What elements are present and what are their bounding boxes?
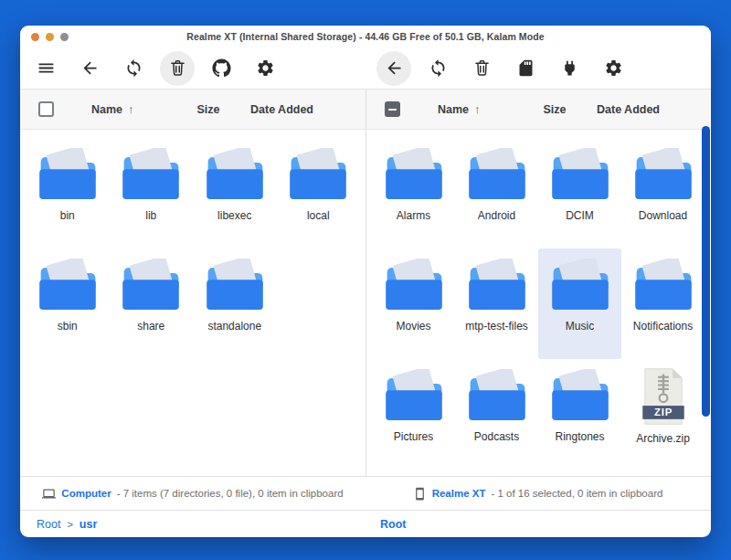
svg-text:ZIP: ZIP [653, 407, 672, 417]
settings-button[interactable] [248, 51, 282, 86]
local-device-link[interactable]: Computer [61, 488, 111, 499]
item-label: Android [478, 209, 515, 222]
column-header-name[interactable]: Name ↑ [71, 102, 166, 116]
item-label: Archive.zip [636, 432, 690, 445]
traffic-lights [31, 33, 69, 41]
folder-item-local[interactable]: local [277, 138, 361, 248]
refresh-icon [124, 58, 143, 78]
item-label: share [137, 320, 164, 333]
refresh-button[interactable] [420, 51, 455, 86]
settings-button[interactable] [596, 51, 630, 86]
folder-icon [547, 259, 613, 313]
item-label: Movies [396, 320, 430, 333]
file-item-Archive.zip[interactable]: ZIPArchive.zip [621, 359, 705, 470]
refresh-button[interactable] [116, 51, 151, 86]
folder-item-Movies[interactable]: Movies [372, 248, 455, 359]
item-label: Ringtones [555, 430, 604, 443]
breadcrumb-bar: Root>usr Root [20, 510, 711, 537]
breadcrumb-separator: > [67, 519, 72, 530]
folder-icon [464, 369, 530, 424]
column-header-name[interactable]: Name ↑ [418, 102, 513, 116]
column-header-size[interactable]: Size [513, 103, 597, 116]
folder-icon [35, 148, 101, 203]
scrollbar-thumb[interactable] [702, 126, 710, 417]
folder-icon [381, 369, 447, 424]
folder-icon [381, 259, 447, 313]
breadcrumb-item-Root[interactable]: Root [380, 518, 406, 531]
column-header-size[interactable]: Size [166, 103, 250, 116]
github-button[interactable] [204, 51, 238, 86]
item-label: Alarms [397, 209, 430, 222]
folder-item-bin[interactable]: bin [26, 138, 110, 248]
folder-item-DCIM[interactable]: DCIM [538, 138, 621, 248]
name-column-label: Name [91, 103, 122, 116]
folder-icon [35, 259, 101, 313]
toolbar-left [20, 48, 366, 89]
device-file-grid: AlarmsAndroidDCIMDownloadMoviesmtp-test-… [366, 130, 710, 476]
folder-item-Ringtones[interactable]: Ringtones [538, 359, 621, 470]
back-icon [80, 58, 100, 78]
local-pane: Name ↑ Size Date Added binliblibexecloca… [20, 90, 366, 476]
folder-item-standalone[interactable]: standalone [193, 248, 277, 359]
storage-select-button[interactable] [508, 51, 543, 86]
item-label: Podcasts [474, 430, 519, 443]
item-label: local [307, 209, 330, 222]
column-header-date-added[interactable]: Date Added [597, 103, 710, 116]
status-bar: Computer - 7 items (7 directories, 0 fil… [20, 476, 711, 510]
delete-button[interactable] [464, 51, 499, 86]
folder-item-Android[interactable]: Android [455, 138, 538, 248]
folder-item-Music[interactable]: Music [538, 248, 621, 359]
gear-icon [256, 58, 275, 78]
select-all-checkbox[interactable] [38, 101, 54, 117]
folder-item-Download[interactable]: Download [621, 138, 705, 248]
item-label: Pictures [394, 430, 433, 443]
local-file-grid: binliblibexeclocalsbinsharestandalone [20, 130, 366, 476]
folder-icon [464, 148, 530, 203]
folder-item-lib[interactable]: lib [110, 138, 194, 248]
folder-item-Pictures[interactable]: Pictures [372, 359, 455, 470]
local-breadcrumb: Root>usr [20, 518, 366, 531]
breadcrumb-item-Root[interactable]: Root [37, 518, 60, 531]
toolbar-row [20, 48, 711, 90]
disconnect-button[interactable] [552, 51, 587, 86]
device-status: Realme XT - 1 of 16 selected, 0 item in … [366, 487, 710, 501]
folder-item-mtp-test-files[interactable]: mtp-test-files [455, 248, 538, 359]
select-all-checkbox[interactable] [385, 101, 400, 117]
folder-icon [630, 148, 696, 203]
item-label: sbin [58, 320, 78, 333]
local-list-header: Name ↑ Size Date Added [20, 90, 366, 130]
device-list-header: Name ↑ Size Date Added [366, 90, 710, 130]
sdcard-icon [516, 58, 535, 78]
back-button[interactable] [376, 51, 411, 86]
trash-icon [472, 58, 492, 78]
zip-file-icon: ZIP [638, 367, 689, 426]
folder-item-Alarms[interactable]: Alarms [372, 138, 455, 248]
folder-item-libexec[interactable]: libexec [193, 138, 277, 248]
zoom-button[interactable] [60, 33, 69, 41]
item-label: libexec [217, 209, 251, 222]
gear-icon [604, 58, 623, 78]
back-button[interactable] [72, 51, 107, 86]
folder-icon [547, 148, 613, 203]
folder-icon [202, 259, 268, 313]
toolbar-right [366, 48, 710, 89]
item-label: standalone [207, 320, 261, 333]
minimize-button[interactable] [46, 33, 54, 41]
folder-item-Podcasts[interactable]: Podcasts [455, 359, 538, 470]
folder-item-share[interactable]: share [110, 248, 194, 359]
device-name-link[interactable]: Realme XT [432, 488, 486, 499]
folder-icon [464, 259, 530, 313]
menu-button[interactable] [28, 51, 63, 86]
title-bar: Realme XT (Internal Shared Storage) - 44… [20, 26, 711, 48]
column-header-date-added[interactable]: Date Added [250, 103, 366, 116]
folder-item-sbin[interactable]: sbin [26, 248, 110, 359]
item-label: lib [145, 209, 156, 222]
delete-button[interactable] [160, 51, 195, 86]
folder-item-Notifications[interactable]: Notifications [621, 248, 705, 359]
menu-icon [37, 58, 56, 78]
breadcrumb-item-usr[interactable]: usr [79, 518, 97, 531]
local-status: Computer - 7 items (7 directories, 0 fil… [20, 487, 366, 501]
github-icon [212, 58, 231, 78]
close-button[interactable] [31, 33, 39, 41]
trash-icon [168, 58, 187, 78]
